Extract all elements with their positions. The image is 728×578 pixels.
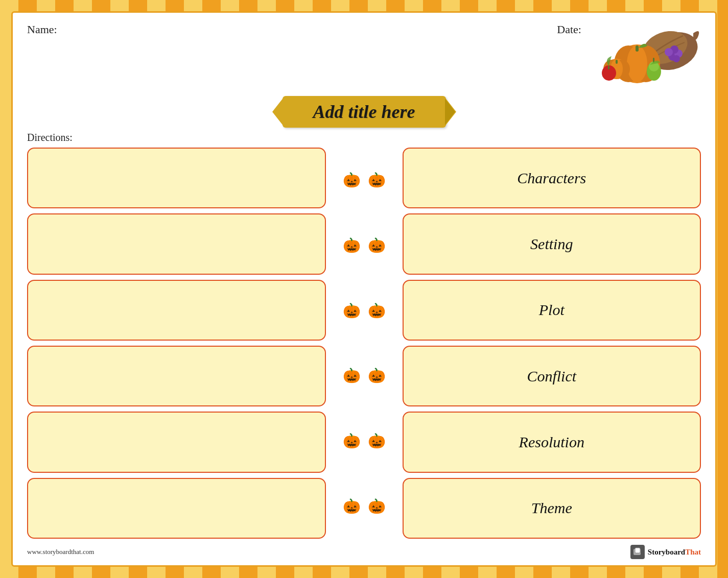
- left-box-3[interactable]: [27, 280, 326, 341]
- pumpkin-row-3: 🎃 🎃: [343, 278, 386, 343]
- directions-row: Directions:: [27, 132, 701, 143]
- pumpkin-right-6: 🎃: [368, 498, 386, 515]
- svg-rect-6: [636, 45, 639, 52]
- footer: www.storyboardthat.com StoryboardThat: [27, 543, 701, 559]
- pumpkin-left-4: 🎃: [343, 367, 361, 384]
- pumpkin-row-1: 🎃 🎃: [343, 148, 386, 213]
- right-box-2: Setting: [403, 213, 701, 274]
- left-box-1[interactable]: [27, 148, 326, 208]
- label-text-3: Plot: [539, 301, 565, 319]
- rows-area: 🎃 🎃 🎃 🎃 🎃 🎃 🎃 🎃 🎃 🎃 🎃 🎃 CharactersSettin…: [27, 148, 701, 539]
- right-box-4: Conflict: [403, 346, 701, 406]
- name-field: Name:: [27, 23, 57, 36]
- pumpkin-right-1: 🎃: [368, 172, 386, 188]
- label-text-6: Theme: [531, 499, 572, 517]
- date-label: Date:: [557, 23, 581, 36]
- pumpkin-right-5: 🎃: [368, 432, 386, 449]
- svg-point-21: [673, 55, 680, 62]
- footer-brand: StoryboardThat: [630, 545, 701, 559]
- pumpkin-left-3: 🎃: [343, 302, 361, 319]
- title-banner: Add title here: [283, 96, 446, 128]
- pumpkin-left-2: 🎃: [343, 237, 361, 254]
- cornucopia-illustration: [594, 18, 701, 92]
- pumpkin-right-2: 🎃: [368, 237, 386, 254]
- directions-label: Directions:: [27, 132, 73, 143]
- pumpkin-row-4: 🎃 🎃: [343, 343, 386, 408]
- header-row: Name: Date:: [27, 23, 701, 92]
- right-box-6: Theme: [403, 478, 701, 539]
- right-boxes: CharactersSettingPlotConflictResolutionT…: [403, 148, 701, 539]
- main-card: Name: Date:: [11, 11, 717, 567]
- pumpkin-left-6: 🎃: [343, 498, 361, 515]
- svg-rect-13: [608, 66, 609, 69]
- right-box-5: Resolution: [403, 412, 701, 472]
- pumpkin-row-6: 🎃 🎃: [343, 473, 386, 539]
- label-text-4: Conflict: [527, 368, 576, 385]
- label-text-1: Characters: [517, 170, 586, 187]
- footer-url: www.storyboardthat.com: [27, 548, 94, 556]
- svg-point-20: [665, 48, 673, 56]
- left-box-6[interactable]: [27, 478, 326, 539]
- left-box-5[interactable]: [27, 412, 326, 472]
- svg-rect-23: [635, 548, 640, 553]
- pumpkin-right-4: 🎃: [368, 367, 386, 384]
- pumpkin-left-1: 🎃: [343, 172, 361, 188]
- pumpkin-row-5: 🎃 🎃: [343, 408, 386, 474]
- pumpkin-right-3: 🎃: [368, 302, 386, 319]
- title-section: Add title here: [27, 96, 701, 128]
- center-pumpkins: 🎃 🎃 🎃 🎃 🎃 🎃 🎃 🎃 🎃 🎃 🎃 🎃: [331, 148, 397, 539]
- brand-icon: [630, 545, 645, 559]
- left-box-4[interactable]: [27, 346, 326, 406]
- label-text-5: Resolution: [519, 433, 584, 451]
- pumpkin-row-2: 🎃 🎃: [343, 213, 386, 278]
- right-box-3: Plot: [403, 280, 701, 341]
- brand-name: StoryboardThat: [648, 548, 701, 557]
- brand-logo-svg: [632, 547, 643, 557]
- svg-rect-11: [616, 60, 618, 64]
- name-label: Name:: [27, 23, 57, 36]
- left-box-2[interactable]: [27, 213, 326, 274]
- right-box-1: Characters: [403, 148, 701, 208]
- left-boxes: [27, 148, 326, 539]
- pumpkin-left-5: 🎃: [343, 432, 361, 449]
- label-text-2: Setting: [530, 235, 573, 253]
- title-text: Add title here: [313, 102, 415, 122]
- cornucopia-svg: [594, 18, 701, 92]
